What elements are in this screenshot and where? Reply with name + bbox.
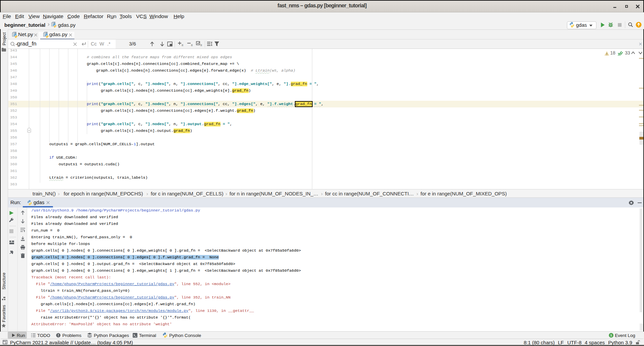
svg-text:1: 1 [610, 333, 612, 337]
svg-text:II: II [191, 44, 193, 47]
svg-text:II: II [182, 44, 183, 47]
svg-text:II: II [200, 44, 202, 47]
